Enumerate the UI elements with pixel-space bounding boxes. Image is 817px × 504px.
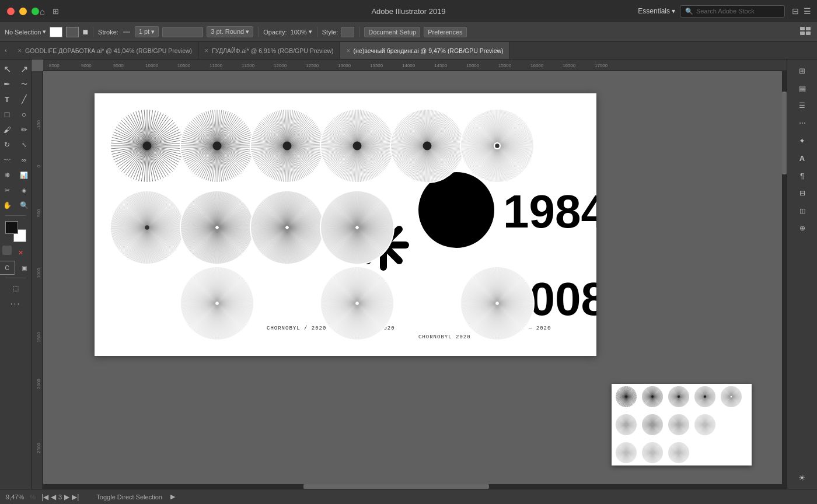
symbols-icon[interactable]: ✦ xyxy=(794,133,811,148)
minimize-button[interactable] xyxy=(19,8,27,15)
line-tool[interactable]: ╱ xyxy=(16,92,32,106)
sun-icon[interactable]: ☀ xyxy=(794,470,811,485)
blend-tool[interactable]: ∞ xyxy=(16,153,32,167)
toolbar-divider xyxy=(5,215,26,216)
rectangle-tool[interactable]: □ xyxy=(0,107,15,121)
next-page-end[interactable]: ▶| xyxy=(72,493,79,501)
artboard-panel-icon[interactable]: ▤ xyxy=(794,80,811,96)
rotate-tool[interactable]: ↻ xyxy=(0,138,15,152)
foreground-color[interactable] xyxy=(5,221,18,234)
warp-tool[interactable]: 〰 xyxy=(0,153,15,167)
svg-text:11500: 11500 xyxy=(242,63,255,68)
tool-hint-arrow[interactable]: ▶ xyxy=(170,493,175,501)
stroke-style-picker[interactable] xyxy=(162,27,203,37)
svg-text:13000: 13000 xyxy=(338,63,351,68)
svg-text:10000: 10000 xyxy=(145,63,159,68)
warp-tools: 〰 ∞ xyxy=(0,153,32,167)
gradient-icon[interactable]: ▣ xyxy=(16,261,32,275)
type-tool[interactable]: T xyxy=(0,92,15,106)
svg-text:9500: 9500 xyxy=(113,63,124,68)
thumbnail-preview xyxy=(612,384,752,466)
tabs-scroll-left[interactable]: ‹ xyxy=(0,42,12,59)
fullscreen-button[interactable] xyxy=(32,8,39,15)
search-stock-input[interactable]: 🔍 Search Adobe Stock xyxy=(680,5,785,18)
style-label: Style: xyxy=(322,29,338,36)
selection-tool[interactable]: ↖ xyxy=(0,62,15,76)
hand-tool[interactable]: ✋ xyxy=(0,198,15,212)
panels-icon[interactable]: ☰ xyxy=(804,6,811,16)
grid-icon[interactable]: ⊞ xyxy=(53,7,59,16)
arrange-panels-icon[interactable] xyxy=(799,26,812,38)
slice-tool[interactable]: ✂ xyxy=(0,183,15,197)
more-tools[interactable]: ··· xyxy=(8,296,24,310)
properties-icon[interactable]: ☰ xyxy=(794,98,811,113)
eraser-tool[interactable]: ◈ xyxy=(16,183,32,197)
tab-0[interactable]: ✕ GOODLIFE ДОРАБОТКА.ai* @ 41,04% (RGB/G… xyxy=(12,42,198,59)
opacity-value[interactable]: 100% ▾ xyxy=(291,28,312,36)
home-icon[interactable]: ⌂ xyxy=(40,6,45,16)
paragraph-icon[interactable]: ¶ xyxy=(794,168,811,183)
scale-tool[interactable]: ⤡ xyxy=(16,138,32,152)
close-button[interactable] xyxy=(7,8,15,15)
fill-color[interactable] xyxy=(50,27,62,37)
search-icon: 🔍 xyxy=(685,8,693,15)
pathfinder-icon[interactable]: ◫ xyxy=(794,203,811,218)
svg-text:15000: 15000 xyxy=(466,63,480,68)
svg-text:-100: -100 xyxy=(36,120,41,130)
preferences-button[interactable]: Preferences xyxy=(424,27,466,37)
svg-text:12000: 12000 xyxy=(274,63,287,68)
scrollbar-horizontal[interactable] xyxy=(43,484,787,489)
current-page[interactable]: 3 xyxy=(58,494,62,501)
document-setup-button[interactable]: Document Setup xyxy=(364,27,420,37)
transform-panel-icon[interactable]: ⊕ xyxy=(794,220,811,236)
stroke-value[interactable]: 1 pt ▾ xyxy=(135,26,159,37)
tab-close-icon[interactable]: ✕ xyxy=(204,48,209,54)
symbol-tools: ❋ 📊 xyxy=(0,168,32,182)
traffic-lights xyxy=(7,8,39,15)
direct-selection-tool[interactable]: ↗ xyxy=(16,62,32,76)
essentials-dropdown[interactable]: Essentials ▾ xyxy=(638,7,675,15)
pen-tool[interactable]: ✒ xyxy=(0,77,15,91)
svg-rect-4 xyxy=(806,32,811,35)
scrollbar-h-thumb[interactable] xyxy=(303,484,490,489)
pencil-tool[interactable]: ✏ xyxy=(16,123,32,136)
column-graph-tool[interactable]: 📊 xyxy=(16,168,32,182)
zoom-tool[interactable]: 🔍 xyxy=(16,198,32,212)
canvas-area[interactable]: 8500 9000 9500 10000 10500 11000 11500 1… xyxy=(32,60,787,489)
symbol-tool[interactable]: ❋ xyxy=(0,168,15,182)
svg-text:0: 0 xyxy=(36,164,41,167)
tab-1[interactable]: ✕ ГУДЛАЙФ.ai* @ 6,91% (RGB/GPU Preview) xyxy=(198,42,340,59)
color-icon[interactable]: ■ xyxy=(82,27,88,37)
scrollbar-v-thumb[interactable] xyxy=(782,92,787,174)
stroke-color[interactable] xyxy=(66,27,79,37)
color-boxes xyxy=(5,221,26,242)
artboard-svg: /* rendered below */ 1 xyxy=(95,93,596,356)
prev-page-start[interactable]: |◀ xyxy=(41,493,48,501)
tab-close-icon[interactable]: ✕ xyxy=(18,48,22,54)
type-panel-icon[interactable]: A xyxy=(794,150,811,166)
right-panel: ⊞ ▤ ☰ ⋯ ✦ A ¶ ⊟ ◫ ⊕ ☀ xyxy=(787,60,817,489)
none-icon[interactable]: ✕ xyxy=(12,246,29,260)
svg-rect-3 xyxy=(800,32,805,35)
libraries-icon[interactable]: ⋯ xyxy=(794,116,811,131)
arrange-icon[interactable]: ⊟ xyxy=(792,6,799,16)
artboard-tool[interactable]: ⬚ xyxy=(8,281,24,295)
align-icon[interactable]: ⊟ xyxy=(794,186,811,201)
brush-tools: 🖌 ✏ xyxy=(0,123,32,136)
tab-close-icon[interactable]: ✕ xyxy=(346,48,351,54)
fill-icon[interactable] xyxy=(2,246,12,255)
freeform-tool[interactable]: 〜 xyxy=(16,77,32,91)
color-mode-icon[interactable]: C xyxy=(0,261,15,275)
ellipse-tool[interactable]: ○ xyxy=(16,107,32,121)
style-swatch[interactable] xyxy=(341,27,354,37)
tab-2[interactable]: ✕ (не)вечный брендинг.ai @ 9,47% (RGB/GP… xyxy=(340,42,510,59)
layers-icon[interactable]: ⊞ xyxy=(794,63,811,78)
tab-label: GOODLIFE ДОРАБОТКА.ai* @ 41,04% (RGB/GPU… xyxy=(25,47,192,54)
next-page[interactable]: ▶ xyxy=(64,493,69,501)
scrollbar-vertical[interactable] xyxy=(782,71,787,484)
svg-text:2008: 2008 xyxy=(503,273,596,325)
prev-page[interactable]: ◀ xyxy=(51,493,56,501)
svg-text:15500: 15500 xyxy=(498,63,512,68)
brush-preset[interactable]: 3 pt. Round ▾ xyxy=(207,26,253,37)
paintbrush-tool[interactable]: 🖌 xyxy=(0,123,15,136)
